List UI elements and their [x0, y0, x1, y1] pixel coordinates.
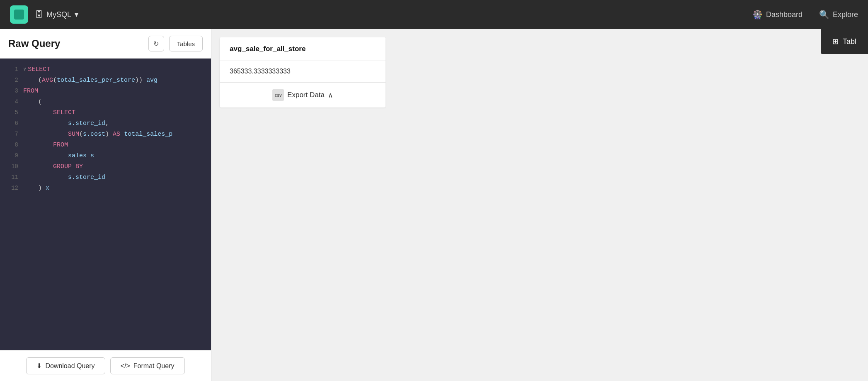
results-area: avg_sale_for_all_store 365333.3333333333…	[211, 29, 868, 381]
format-query-button[interactable]: </> Format Query	[110, 357, 185, 374]
code-content: SELECT	[23, 109, 75, 116]
download-icon: ⬇	[36, 362, 42, 370]
line-number: 4	[7, 98, 18, 105]
line-number: 6	[7, 120, 18, 127]
code-line-2: 2 (AVG(total_sales_per_store)) avg	[0, 76, 211, 87]
line-number: 1	[7, 66, 18, 73]
main-layout: Raw Query ↻ Tables 1 ∨ SELECT 2 (AVG(tot…	[0, 29, 868, 381]
explore-icon: 🔍	[819, 10, 829, 20]
download-label: Download Query	[45, 362, 95, 370]
line-number: 8	[7, 142, 18, 148]
code-line-4: 4 (	[0, 98, 211, 108]
line-number: 2	[7, 77, 18, 83]
line-number: 5	[7, 109, 18, 116]
line-number: 12	[7, 185, 18, 191]
code-line-6: 6 s.store_id,	[0, 119, 211, 130]
db-selector[interactable]: 🗄 MySQL ▾	[35, 10, 78, 20]
code-line-7: 7 SUM(s.cost) AS total_sales_p	[0, 130, 211, 141]
code-content: s.store_id,	[23, 120, 109, 127]
export-chevron: ∧	[328, 91, 333, 100]
export-bar: csv Export Data ∧	[220, 82, 386, 107]
results-table-wrapper: avg_sale_for_all_store 365333.3333333333…	[220, 37, 386, 107]
results-table: avg_sale_for_all_store 365333.3333333333	[220, 37, 386, 82]
dashboard-label: Dashboard	[766, 10, 803, 19]
code-line-5: 5 SELECT	[0, 108, 211, 119]
line-number: 11	[7, 174, 18, 181]
format-icon: </>	[121, 362, 130, 370]
db-icon: 🗄	[35, 10, 43, 20]
code-content: FROM	[23, 142, 68, 149]
db-name: MySQL	[46, 10, 71, 19]
line-number: 10	[7, 163, 18, 170]
table-icon: ⊞	[832, 37, 839, 46]
refresh-icon: ↻	[153, 40, 159, 48]
code-line-10: 10 GROUP BY	[0, 162, 211, 173]
code-content: ) x	[23, 185, 49, 192]
code-line-8: 8 FROM	[0, 141, 211, 151]
collapse-icon[interactable]: ∨	[23, 66, 26, 72]
code-content: GROUP BY	[23, 163, 83, 170]
code-content: (	[23, 98, 42, 105]
result-value: 365333.3333333333	[220, 61, 386, 82]
navbar: 🗄 MySQL ▾ 🎡 Dashboard 🔍 Explore	[0, 0, 868, 29]
nav-links: 🎡 Dashboard 🔍 Explore	[752, 10, 858, 20]
line-number: 7	[7, 131, 18, 137]
refresh-button[interactable]: ↻	[148, 36, 164, 51]
bottom-toolbar: ⬇ Download Query </> Format Query	[0, 350, 211, 381]
app-logo[interactable]	[10, 5, 28, 24]
raw-query-title: Raw Query	[8, 38, 143, 49]
code-line-12: 12 ) x	[0, 184, 211, 195]
download-query-button[interactable]: ⬇ Download Query	[26, 357, 105, 374]
table-label: Tabl	[843, 37, 856, 46]
dashboard-icon: 🎡	[752, 10, 763, 20]
dashboard-link[interactable]: 🎡 Dashboard	[752, 10, 803, 20]
line-number: 9	[7, 152, 18, 159]
db-dropdown-icon: ▾	[75, 10, 78, 19]
code-line-11: 11 s.store_id	[0, 173, 211, 184]
export-data-button[interactable]: csv Export Data ∧	[272, 89, 333, 101]
table-row: 365333.3333333333	[220, 61, 386, 82]
code-content: SELECT	[28, 66, 50, 73]
code-content: SUM(s.cost) AS total_sales_p	[23, 131, 172, 138]
code-content: FROM	[23, 88, 38, 95]
line-number: 3	[7, 88, 18, 94]
export-label: Export Data	[287, 91, 325, 99]
logo-inner	[14, 10, 24, 20]
code-content: sales s	[23, 152, 94, 159]
code-content: (AVG(total_sales_per_store)) avg	[23, 77, 158, 84]
tables-button[interactable]: Tables	[169, 36, 203, 51]
column-header: avg_sale_for_all_store	[220, 37, 386, 61]
code-content: s.store_id	[23, 174, 105, 181]
right-panel: ⊞ Tabl avg_sale_for_all_store 365333.333…	[211, 29, 868, 381]
format-label: Format Query	[133, 362, 175, 370]
left-panel-header: Raw Query ↻ Tables	[0, 29, 211, 59]
code-editor[interactable]: 1 ∨ SELECT 2 (AVG(total_sales_per_store)…	[0, 59, 211, 350]
explore-label: Explore	[833, 10, 858, 19]
code-line-3: 3 FROM	[0, 87, 211, 98]
left-panel: Raw Query ↻ Tables 1 ∨ SELECT 2 (AVG(tot…	[0, 29, 211, 381]
explore-link[interactable]: 🔍 Explore	[819, 10, 858, 20]
csv-icon: csv	[272, 89, 284, 101]
code-line-1: 1 ∨ SELECT	[0, 65, 211, 76]
table-view-button[interactable]: ⊞ Tabl	[821, 29, 868, 54]
code-line-9: 9 sales s	[0, 151, 211, 162]
